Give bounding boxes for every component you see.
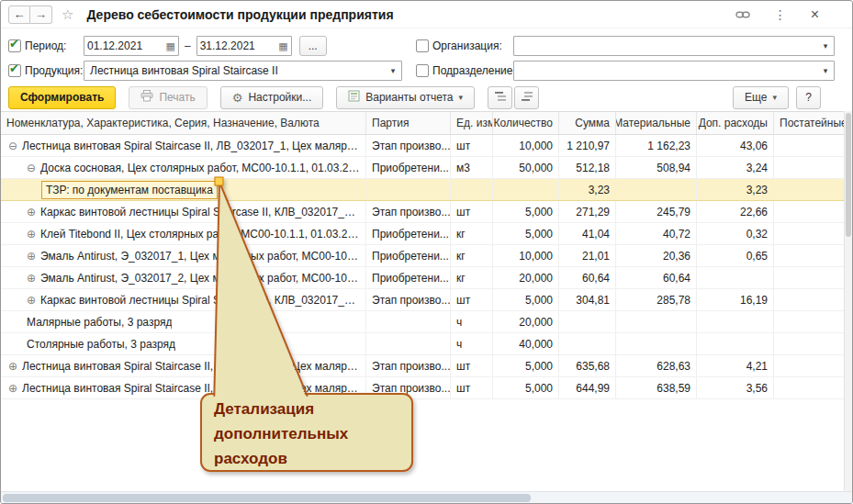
column-batch[interactable]: Партия <box>366 112 451 134</box>
back-button[interactable]: ← <box>8 6 30 24</box>
table-row[interactable]: ⊕Каркас винтовой лестницы Spiral Stairca… <box>1 201 846 223</box>
favorite-star-icon[interactable]: ☆ <box>62 6 73 23</box>
check-icon: ✔ <box>9 38 19 50</box>
table-row[interactable]: ⊕Эмаль Antirust, Э_032017_2, Цех малярны… <box>1 267 846 289</box>
table-row[interactable]: ⊖Лестница винтовая Spiral Staircase II, … <box>1 135 846 157</box>
table-row[interactable]: ⊕Эмаль Antirust, Э_032017_1, Цех малярны… <box>1 245 846 267</box>
batch-cell: Приобретени... <box>366 267 451 288</box>
window-menu-icon[interactable]: ⋮ <box>774 7 787 22</box>
close-icon[interactable]: × <box>811 6 819 23</box>
nomenclature-cell: ⊕Эмаль Antirust, Э_032017_2, Цех малярны… <box>1 267 366 288</box>
toolbar-right-group: Еще ▾ ? <box>733 86 821 109</box>
batch-cell: Этап произво... <box>366 289 451 310</box>
unit-cell: шт <box>451 201 493 222</box>
column-materials[interactable]: Материальные <box>616 112 697 134</box>
period-to-field[interactable] <box>200 39 270 52</box>
expand-icon[interactable]: ⊕ <box>8 382 17 395</box>
table-row[interactable]: Малярные работы, 3 разрядч20,000 <box>1 311 846 333</box>
column-extra-costs[interactable]: Доп. расходы <box>697 112 774 134</box>
column-unit[interactable]: Ед. изм. <box>451 112 493 134</box>
expand-all-levels-button[interactable] <box>488 86 512 109</box>
period-from-input[interactable]: ▦ <box>84 36 179 56</box>
expand-icon[interactable]: ⊕ <box>27 228 36 241</box>
column-line-items[interactable]: Постатейные (с <box>774 112 846 134</box>
department-combo[interactable]: ▾ <box>513 61 835 81</box>
vertical-scrollbar[interactable] <box>844 111 852 491</box>
organization-combo[interactable]: ▾ <box>513 36 835 56</box>
department-checkbox[interactable]: ✔ <box>416 64 429 77</box>
column-quantity[interactable]: Количество <box>493 112 559 134</box>
table-row[interactable]: Столярные работы, 3 разрядч40,000 <box>1 333 846 355</box>
batch-cell <box>366 333 451 354</box>
expand-icon[interactable]: ⊕ <box>27 272 36 285</box>
settings-button[interactable]: ⚙ Настройки... <box>220 86 324 109</box>
period-from-field[interactable] <box>87 39 157 52</box>
batch-cell: Приобретени... <box>366 245 451 266</box>
table-row[interactable]: ТЗР: по документам поставщика3,233,23 <box>1 179 846 201</box>
expand-icon[interactable]: ⊕ <box>27 206 36 218</box>
sum-cell: 644,99 <box>559 377 616 398</box>
unit-cell: м3 <box>451 157 493 178</box>
quantity-cell: 20,000 <box>493 311 559 332</box>
collapse-levels-icon <box>521 91 533 105</box>
extra-costs-cell: 3,24 <box>697 157 774 178</box>
print-button[interactable]: Печать <box>129 86 207 109</box>
column-nomenclature[interactable]: Номенклатура, Характеристика, Серия, Наз… <box>1 112 366 134</box>
nomenclature-text: Доска сосновая, Цех столярных работ, МС0… <box>40 162 360 174</box>
copy-link-icon[interactable] <box>735 10 750 19</box>
product-combo[interactable]: Лестница винтовая Spiral Staircase II ▾ <box>84 61 402 81</box>
titlebar: ← → ☆ Дерево себестоимости продукции пре… <box>1 1 852 28</box>
expand-icon[interactable]: ⊕ <box>27 294 36 307</box>
table-row[interactable]: ⊖Доска сосновая, Цех столярных работ, МС… <box>1 157 846 179</box>
chevron-down-icon[interactable]: ▾ <box>385 66 401 75</box>
product-checkbox[interactable]: ✔ <box>8 64 21 77</box>
calendar-icon[interactable]: ▦ <box>278 40 287 52</box>
more-button[interactable]: Еще ▾ <box>733 86 789 109</box>
unit-cell: шт <box>451 377 493 398</box>
nomenclature-cell: ⊕Лестница винтовая Spiral Staircase II, … <box>1 377 366 398</box>
batch-cell: Этап произво... <box>366 201 451 222</box>
table-row[interactable]: ⊕Лестница винтовая Spiral Staircase II, … <box>1 377 846 399</box>
horizontal-scrollbar[interactable] <box>1 491 852 503</box>
organization-checkbox[interactable]: ✔ <box>416 39 429 52</box>
horizontal-scrollbar-thumb[interactable] <box>3 494 531 502</box>
help-button[interactable]: ? <box>796 86 821 109</box>
sum-cell: 21,01 <box>559 245 616 266</box>
unit-cell <box>451 179 493 200</box>
generate-button[interactable]: Сформировать <box>8 86 116 109</box>
period-checkbox[interactable]: ✔ <box>8 39 21 52</box>
nomenclature-text: Лестница винтовая Spiral Staircase II, Л… <box>22 140 360 152</box>
table-row[interactable]: ⊕Клей Titebond II, Цех столярных работ, … <box>1 223 846 245</box>
collapse-icon[interactable]: ⊖ <box>8 140 17 152</box>
period-more-button[interactable]: ... <box>299 36 327 56</box>
batch-cell: Приобретени... <box>366 223 451 244</box>
materials-cell <box>616 179 697 200</box>
quantity-cell: 5,000 <box>493 355 559 376</box>
expand-icon[interactable]: ⊕ <box>27 250 36 263</box>
collapse-icon[interactable]: ⊖ <box>27 162 36 174</box>
nomenclature-cell: ⊕Каркас винтовой лестницы Spiral Stairca… <box>1 201 366 222</box>
materials-cell: 508,94 <box>616 157 697 178</box>
forward-button[interactable]: → <box>30 6 52 24</box>
line-items-cell <box>774 245 846 266</box>
period-label: Период: <box>25 39 84 52</box>
period-to-input[interactable]: ▦ <box>196 36 292 56</box>
line-items-cell <box>774 333 846 354</box>
extra-costs-cell: 22,66 <box>697 201 774 222</box>
period-filter-row: ✔ Период: ▦ – ▦ ... <box>8 35 327 57</box>
table-row[interactable]: ⊕Каркас винтовой лестницы Spiral Stairca… <box>1 289 846 311</box>
vertical-scrollbar-thumb[interactable] <box>846 113 851 237</box>
calendar-icon[interactable]: ▦ <box>166 40 175 52</box>
product-value: Лестница винтовая Spiral Staircase II <box>84 64 385 77</box>
chevron-down-icon[interactable]: ▾ <box>817 41 834 50</box>
table-body: ⊖Лестница винтовая Spiral Staircase II, … <box>1 135 846 399</box>
expand-icon[interactable]: ⊕ <box>8 360 17 373</box>
table-row[interactable]: ⊕Лестница винтовая Spiral Staircase II, … <box>1 355 846 377</box>
chevron-down-icon[interactable]: ▾ <box>817 66 834 75</box>
materials-cell: 60,64 <box>616 267 697 288</box>
line-items-cell <box>774 267 846 288</box>
callout-line: дополнительных <box>214 425 349 442</box>
collapse-all-levels-button[interactable] <box>514 86 539 109</box>
column-sum[interactable]: Сумма <box>559 112 616 134</box>
report-variants-button[interactable]: Варианты отчета ▾ <box>336 86 475 109</box>
